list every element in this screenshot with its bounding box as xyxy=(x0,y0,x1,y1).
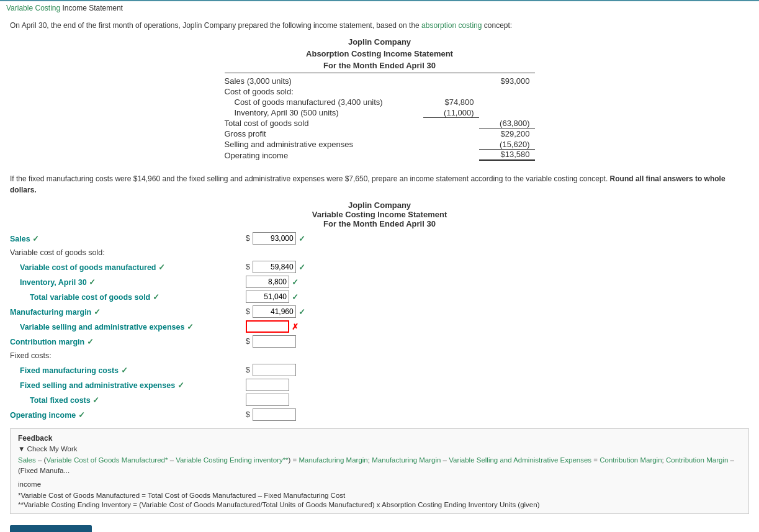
vc-header-label: Variable cost of goods sold: xyxy=(10,248,246,257)
top-bar: Variable Costing Income Statement xyxy=(0,0,759,15)
vc-fixed-header-row: Fixed costs: xyxy=(10,349,749,363)
vc-mfg-margin-input-area: $ ✓ xyxy=(246,305,305,318)
vc-total-label: Total variable cost of goods sold ✓ xyxy=(10,292,246,302)
vc-sales-check: ✓ xyxy=(299,234,305,243)
vc-fixed-mfg-label: Fixed manufacturing costs ✓ xyxy=(10,366,246,375)
top-bar-rest: Income Statement xyxy=(60,4,123,12)
absorption-costing-link[interactable]: absorption costing xyxy=(421,21,482,30)
vc-operating-income-input-area: $ xyxy=(246,408,296,421)
vc-fixed-header-label: Fixed costs: xyxy=(10,351,246,360)
vc-contribution-label: Contribution margin ✓ xyxy=(10,337,246,346)
vc-contribution-row: Contribution margin ✓ $ xyxy=(10,334,749,349)
vc-inventory-input[interactable] xyxy=(246,276,289,288)
vc-total-fixed-input[interactable] xyxy=(246,394,289,406)
feedback-note2: **Variable Costing Ending Inventory = (V… xyxy=(18,501,741,508)
vc-total-check: ✓ xyxy=(292,292,299,302)
vc-period: For the Month Ended April 30 xyxy=(0,219,759,228)
vc-mfg-margin-row: Manufacturing margin ✓ $ ✓ xyxy=(10,304,749,319)
abs-selling-row: Selling and administrative expenses (15,… xyxy=(225,139,535,150)
feedback-formula-cont: income xyxy=(18,479,741,490)
abs-sales-row: Sales (3,000 units) $93,000 xyxy=(225,76,535,86)
vc-fixed-mfg-row: Fixed manufacturing costs ✓ $ xyxy=(10,363,749,377)
vc-total-fixed-input-area xyxy=(246,394,289,406)
vc-fixed-selling-row: Fixed selling and administrative expense… xyxy=(10,377,749,392)
vc-company-name: Joplin Company xyxy=(0,201,759,210)
vc-title: Variable Costing Income Statement xyxy=(0,210,759,219)
abs-gross-profit-col2: $29,200 xyxy=(479,129,535,138)
variable-costing-label: Variable Costing xyxy=(6,4,60,12)
absorption-title: Absorption Costing Income Statement xyxy=(225,48,535,60)
absorption-company-name: Joplin Company xyxy=(225,36,535,48)
vc-inventory-label: Inventory, April 30 ✓ xyxy=(10,277,246,287)
vc-operating-income-input[interactable] xyxy=(253,408,296,421)
intro-before: On April 30, the end of the first month … xyxy=(10,21,421,30)
abs-inventory-row: Inventory, April 30 (500 units) (11,000) xyxy=(225,107,535,118)
vc-manufactured-check: ✓ xyxy=(299,263,305,272)
abs-cost-manufactured-col1: $74,800 xyxy=(423,97,479,107)
feedback-formula: Sales – (Variable Cost of Goods Manufact… xyxy=(18,455,741,477)
abs-sales-label: Sales (3,000 units) xyxy=(225,76,423,86)
vc-total-fixed-label: Total fixed costs ✓ xyxy=(10,395,246,405)
vc-fixed-mfg-input-area: $ xyxy=(246,364,296,376)
intro-after: concept: xyxy=(482,21,512,30)
vc-sales-input[interactable] xyxy=(253,232,296,245)
vc-contribution-dollar: $ xyxy=(246,337,250,346)
vc-total-input[interactable] xyxy=(246,291,289,303)
feedback-note1: *Variable Cost of Goods Manufactured = T… xyxy=(18,492,741,499)
vc-var-selling-check: ✗ xyxy=(292,322,299,331)
vc-header-row: Variable cost of goods sold: xyxy=(10,246,749,259)
abs-total-cogs-label: Total cost of goods sold xyxy=(225,118,423,128)
vc-fixed-mfg-dollar: $ xyxy=(246,366,250,374)
abs-gross-profit-row: Gross profit $29,200 xyxy=(225,128,535,139)
prompt-text: If the fixed manufacturing costs were $1… xyxy=(10,173,749,196)
intro-text: On April 30, the end of the first month … xyxy=(0,15,759,36)
feedback-cta-label: Check My Work xyxy=(27,445,78,453)
vc-var-selling-input[interactable] xyxy=(246,320,289,333)
vc-var-selling-label: Variable selling and administrative expe… xyxy=(10,322,246,331)
absorption-section: Joplin Company Absorption Costing Income… xyxy=(0,36,759,161)
vc-mfg-margin-label: Manufacturing margin ✓ xyxy=(10,307,246,317)
vc-sales-label: Sales ✓ xyxy=(10,234,246,243)
abs-cost-manufactured-row: Cost of goods manufactured (3,400 units)… xyxy=(225,97,535,107)
vc-fixed-mfg-input[interactable] xyxy=(253,364,296,376)
abs-sales-col2: $93,000 xyxy=(479,76,535,86)
vc-operating-income-row: Operating income ✓ $ xyxy=(10,407,749,422)
check-my-work-button[interactable]: Check My Work xyxy=(10,525,92,532)
vc-contribution-input[interactable] xyxy=(253,335,296,348)
abs-cogs-header: Cost of goods sold: xyxy=(225,86,535,97)
vc-form: Sales ✓ $ ✓ Variable cost of goods sold:… xyxy=(0,231,759,422)
abs-inventory-col1: (11,000) xyxy=(423,108,479,118)
abs-operating-label: Operating income xyxy=(225,150,423,161)
abs-cogs-header-row: Cost of goods sold: xyxy=(225,86,535,97)
absorption-period: For the Month Ended April 30 xyxy=(225,60,535,71)
variable-costing-prompt: If the fixed manufacturing costs were $1… xyxy=(0,168,759,196)
vc-sales-dollar: $ xyxy=(246,234,250,243)
vc-manufactured-input-area: $ ✓ xyxy=(246,261,305,273)
vc-fixed-selling-input[interactable] xyxy=(246,379,289,391)
feedback-title: Feedback xyxy=(18,434,741,443)
vc-total-fixed-row: Total fixed costs ✓ xyxy=(10,392,749,407)
abs-selling-label: Selling and administrative expenses xyxy=(225,139,423,150)
vc-mfg-margin-input[interactable] xyxy=(253,305,296,318)
vc-manufactured-dollar: $ xyxy=(246,263,250,271)
vc-contribution-input-area: $ xyxy=(246,335,296,348)
vc-mfg-margin-dollar: $ xyxy=(246,307,250,316)
abs-total-cogs-col2: (63,800) xyxy=(479,119,535,128)
vc-inventory-row: Inventory, April 30 ✓ ✓ xyxy=(10,274,749,289)
feedback-check-my-work[interactable]: ▼ Check My Work xyxy=(18,445,741,453)
vc-fixed-selling-input-area xyxy=(246,379,289,391)
vc-operating-income-label: Operating income ✓ xyxy=(10,410,246,420)
abs-inventory-label: Inventory, April 30 (500 units) xyxy=(225,107,423,118)
vc-sales-input-area: $ ✓ xyxy=(246,232,305,245)
abs-selling-col2: (15,620) xyxy=(479,140,535,150)
abs-operating-col2: $13,580 xyxy=(479,150,535,161)
vc-total-input-area: ✓ xyxy=(246,291,299,303)
abs-total-cogs-row: Total cost of goods sold (63,800) xyxy=(225,118,535,128)
feedback-section: Feedback ▼ Check My Work Sales – (Variab… xyxy=(10,428,749,514)
abs-operating-row: Operating income $13,580 xyxy=(225,150,535,161)
vc-manufactured-label: Variable cost of goods manufactured ✓ xyxy=(10,263,246,272)
vc-manufactured-input[interactable] xyxy=(253,261,296,273)
vc-company-header-section: Joplin Company Variable Costing Income S… xyxy=(0,201,759,228)
vc-inventory-check: ✓ xyxy=(292,277,299,287)
vc-sales-row: Sales ✓ $ ✓ xyxy=(10,231,749,246)
